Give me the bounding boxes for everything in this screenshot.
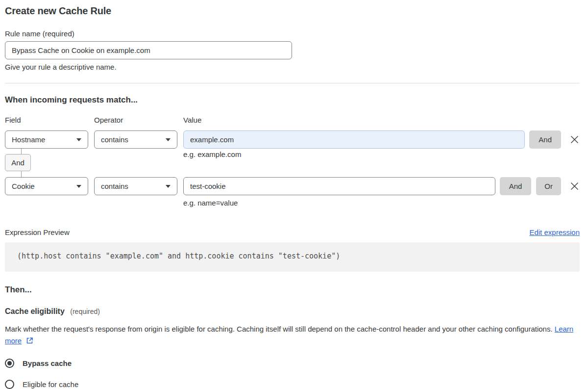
connector-and-button[interactable]: And [5, 154, 31, 171]
chevron-down-icon [166, 185, 171, 188]
value-input-row1[interactable] [183, 130, 525, 149]
description-text: Mark whether the request's response from… [5, 325, 553, 333]
field-select-row2-value: Cookie [12, 182, 35, 190]
chevron-down-icon [76, 185, 81, 188]
field-column-label: Field [5, 116, 88, 124]
radio-option-bypass-cache[interactable]: Bypass cache [5, 359, 580, 368]
operator-select-row2-value: contains [101, 182, 128, 190]
match-section-heading: When incoming requests match... [5, 95, 580, 105]
value-column-label: Value [183, 116, 201, 124]
row-connector-area: e.g. example.com And [5, 149, 580, 177]
rule-name-input[interactable] [5, 41, 292, 59]
chevron-down-icon [166, 138, 171, 141]
row2-actions: And Or [500, 177, 580, 195]
section-divider [5, 83, 580, 83]
row1-actions: And [529, 130, 580, 149]
external-link-icon [26, 337, 33, 344]
radio-unselected-icon[interactable] [5, 380, 14, 389]
remove-row1-button[interactable] [569, 134, 580, 145]
chevron-down-icon [76, 138, 81, 141]
and-button-row2[interactable]: And [500, 177, 532, 195]
field-select-row1[interactable]: Hostname [5, 130, 88, 149]
then-heading: Then... [5, 285, 580, 295]
value-hint-row2: e.g. name=value [183, 199, 580, 207]
expression-preview-label: Expression Preview [5, 228, 70, 236]
match-row-2: Cookie contains And Or [5, 177, 580, 195]
rule-name-label: Rule name (required) [5, 29, 580, 38]
operator-select-row2[interactable]: contains [94, 177, 177, 195]
value-input-row2[interactable] [183, 177, 495, 195]
rule-name-helper: Give your rule a descriptive name. [5, 63, 580, 71]
field-select-row2[interactable]: Cookie [5, 177, 88, 195]
match-column-labels: Field Operator Value [5, 116, 580, 124]
or-button-row2[interactable]: Or [536, 177, 561, 195]
radio-label-eligible: Eligible for cache [23, 380, 78, 389]
required-note: (required) [70, 308, 100, 315]
value-hint-row1: e.g. example.com [183, 150, 241, 158]
operator-select-row1[interactable]: contains [94, 130, 177, 149]
cache-eligibility-heading: Cache eligibility (required) [5, 307, 580, 316]
radio-selected-icon[interactable] [5, 359, 14, 368]
close-icon [570, 135, 579, 144]
operator-column-label: Operator [94, 116, 177, 124]
cache-eligibility-title: Cache eligibility [5, 307, 65, 315]
close-icon [570, 182, 579, 191]
edit-expression-link[interactable]: Edit expression [529, 228, 580, 236]
page-title: Create new Cache Rule [5, 0, 580, 17]
remove-row2-button[interactable] [569, 181, 580, 191]
operator-select-row1-value: contains [101, 135, 128, 144]
radio-option-eligible-for-cache[interactable]: Eligible for cache [5, 380, 580, 389]
cache-eligibility-description: Mark whether the request's response from… [5, 323, 580, 347]
radio-label-bypass: Bypass cache [23, 359, 72, 367]
expression-code-block: (http.host contains "example.com" and ht… [5, 242, 580, 272]
expression-preview-header: Expression Preview Edit expression [5, 228, 580, 236]
and-button-row1[interactable]: And [529, 130, 561, 149]
create-cache-rule-form: Create new Cache Rule Rule name (require… [5, 0, 580, 389]
match-row-1: Hostname contains And [5, 130, 580, 149]
field-select-row1-value: Hostname [12, 135, 45, 144]
